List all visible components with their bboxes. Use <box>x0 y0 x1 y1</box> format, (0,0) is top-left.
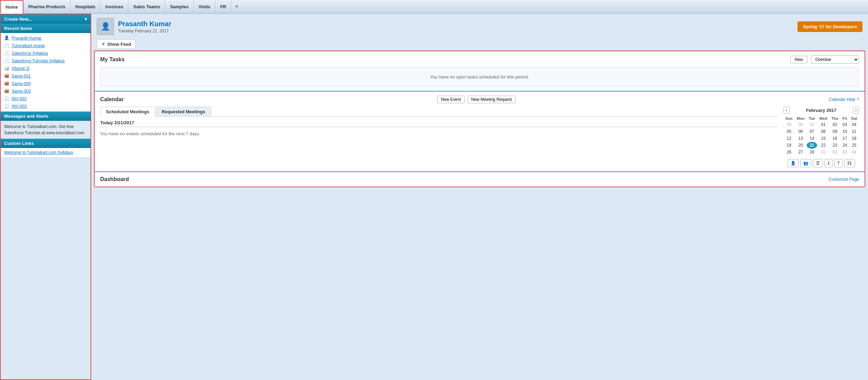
recent-item[interactable]: 📦Samp-003 <box>1 87 91 95</box>
calendar-day[interactable]: 04 <box>849 121 859 128</box>
calendar-day[interactable]: 09 <box>829 128 840 135</box>
calendar-day[interactable]: 29 <box>783 121 795 128</box>
calendar-day[interactable]: 21 <box>807 142 817 149</box>
recent-item[interactable]: 📄Salesforce Tutorials Syllabus <box>1 57 91 65</box>
tasks-controls: New Overdue <box>790 55 859 64</box>
meeting-tab-scheduled-meetings[interactable]: Scheduled Meetings <box>100 107 155 117</box>
custom-links-header: Custom Links <box>1 139 91 148</box>
tasks-filter-select[interactable]: Overdue <box>811 55 859 64</box>
show-feed-icon: ✦ <box>101 41 105 47</box>
calendar-day[interactable]: 28 <box>807 149 817 156</box>
meeting-tabs: Scheduled MeetingsRequested Meetings <box>100 107 778 117</box>
profile-date: Tuesday February 21, 2017 <box>118 29 171 33</box>
calendar-section: Calendar New Event New Meeting Request C… <box>95 92 865 171</box>
calendar-body: Scheduled MeetingsRequested Meetings Tod… <box>100 107 859 167</box>
calendar-day[interactable]: 18 <box>849 135 859 142</box>
nav-item-visits[interactable]: Visits <box>194 0 215 13</box>
recent-item[interactable]: 📄Salesforce Syllabus <box>1 50 91 57</box>
custom-link[interactable]: Welcome to Tutorialkart.com Syllabus <box>4 149 87 156</box>
calendar-day[interactable]: 26 <box>783 149 795 156</box>
recent-item[interactable]: 📦Samp-001 <box>1 72 91 80</box>
recent-item[interactable]: 🧾INV-002 <box>1 95 91 103</box>
calendar-header: Calendar New Event New Meeting Request C… <box>100 96 859 103</box>
calendar-day[interactable]: 01 <box>817 121 829 128</box>
calendar-day[interactable]: 03 <box>840 121 849 128</box>
calendar-day[interactable]: 14 <box>807 135 817 142</box>
tasks-header: My Tasks New Overdue <box>100 55 859 64</box>
box-icon: 📦 <box>4 88 10 94</box>
main-layout: Create New... ▾ Recent Items 👤Prasanth K… <box>0 14 868 380</box>
new-meeting-request-button[interactable]: New Meeting Request <box>467 96 516 103</box>
mini-cal-title: February 2017 <box>806 108 836 113</box>
calendar-day[interactable]: 03 <box>840 149 849 156</box>
calendar-day[interactable]: 16 <box>829 135 840 142</box>
calendar-day[interactable]: 10 <box>840 128 849 135</box>
recent-items-header: Recent Items <box>1 24 91 33</box>
calendar-day[interactable]: 20 <box>795 142 807 149</box>
recent-items-list: 👤Prasanth Kumar📄Tutorialkart Image📄Sales… <box>1 33 91 112</box>
nav-item-home[interactable]: Home <box>0 0 23 14</box>
calendar-day[interactable]: 02 <box>829 149 840 156</box>
month-users-view-button[interactable]: 👥 <box>800 159 812 167</box>
nav-item-invoices[interactable]: Invoices <box>100 0 128 13</box>
calendar-day[interactable]: 04 <box>849 149 859 156</box>
calendar-day[interactable]: 05 <box>783 128 795 135</box>
create-new-button[interactable]: Create New... ▾ <box>1 14 91 24</box>
nav-item-pharma-products[interactable]: Pharma Products <box>23 0 71 13</box>
nav-item-samples[interactable]: Samples <box>165 0 193 13</box>
recent-item[interactable]: 👤Prasanth Kumar <box>1 34 91 42</box>
day-view-button[interactable]: 1 <box>824 159 833 167</box>
mini-cal-header: ‹ February 2017 › <box>783 107 859 114</box>
nav-item-fr[interactable]: FR <box>215 0 231 13</box>
calendar-day[interactable]: 11 <box>849 128 859 135</box>
mini-cal-prev-button[interactable]: ‹ <box>783 107 790 114</box>
dropdown-arrow-icon: ▾ <box>85 17 87 22</box>
recent-item[interactable]: 📦Samp-000 <box>1 80 91 87</box>
spring-badge[interactable]: Spring '17 for Developers <box>797 21 862 32</box>
day-user-view-button[interactable]: 👤 <box>787 159 799 167</box>
calendar-day[interactable]: 02 <box>829 121 840 128</box>
new-event-button[interactable]: New Event <box>437 96 465 103</box>
calendar-day[interactable]: 01 <box>817 149 829 156</box>
tasks-section: My Tasks New Overdue You have no open ta… <box>95 51 865 92</box>
document-icon: 📄 <box>4 51 10 56</box>
calendar-day[interactable]: 24 <box>840 142 849 149</box>
calendar-day[interactable]: 13 <box>795 135 807 142</box>
profile-header: 👤 Prasanth Kumar Tuesday February 21, 20… <box>91 14 868 38</box>
meeting-tab-requested-meetings[interactable]: Requested Meetings <box>156 107 211 116</box>
calendar-day[interactable]: 23 <box>829 142 840 149</box>
calendar-day[interactable]: 19 <box>783 142 795 149</box>
tasks-title: My Tasks <box>100 56 125 63</box>
nav-item-sales-teams[interactable]: Sales Teams <box>128 0 165 13</box>
calendar-help-link[interactable]: Calendar Help ? <box>829 97 859 102</box>
invoice-icon: 🧾 <box>4 104 10 109</box>
question-icon: ? <box>857 97 859 102</box>
calendar-day[interactable]: 22 <box>817 142 829 149</box>
calendar-day[interactable]: 30 <box>795 121 807 128</box>
recent-item[interactable]: 📊Vitamin D <box>1 65 91 72</box>
recent-item[interactable]: 📄Tutorialkart Image <box>1 42 91 50</box>
calendar-day[interactable]: 27 <box>795 149 807 156</box>
calendar-day[interactable]: 25 <box>849 142 859 149</box>
customize-page-link[interactable]: Customize Page <box>829 177 859 182</box>
list-view-button[interactable]: ☰ <box>813 159 823 167</box>
calendar-day[interactable]: 17 <box>840 135 849 142</box>
show-feed-button[interactable]: ✦ Show Feed <box>97 39 136 49</box>
new-task-button[interactable]: New <box>790 56 807 63</box>
week-view-button[interactable]: 7 <box>834 159 843 167</box>
calendar-day[interactable]: 15 <box>817 135 829 142</box>
create-new-label: Create New... <box>4 17 32 22</box>
avatar: 👤 <box>97 18 114 35</box>
profile-name: Prasanth Kumar <box>118 20 171 28</box>
nav-item-hospitals[interactable]: Hospitals <box>71 0 101 13</box>
month-view-button[interactable]: 31 <box>844 159 855 167</box>
calendar-day[interactable]: 07 <box>807 128 817 135</box>
mini-cal-next-button[interactable]: › <box>853 107 859 114</box>
calendar-day[interactable]: 31 <box>807 121 817 128</box>
mini-calendar: ‹ February 2017 › SunMonTueWedThuFriSat2… <box>783 107 859 167</box>
calendar-day[interactable]: 06 <box>795 128 807 135</box>
calendar-day[interactable]: 08 <box>817 128 829 135</box>
nav-add-button[interactable]: + <box>231 3 242 10</box>
calendar-day[interactable]: 12 <box>783 135 795 142</box>
recent-item[interactable]: 🧾INV-003 <box>1 103 91 110</box>
